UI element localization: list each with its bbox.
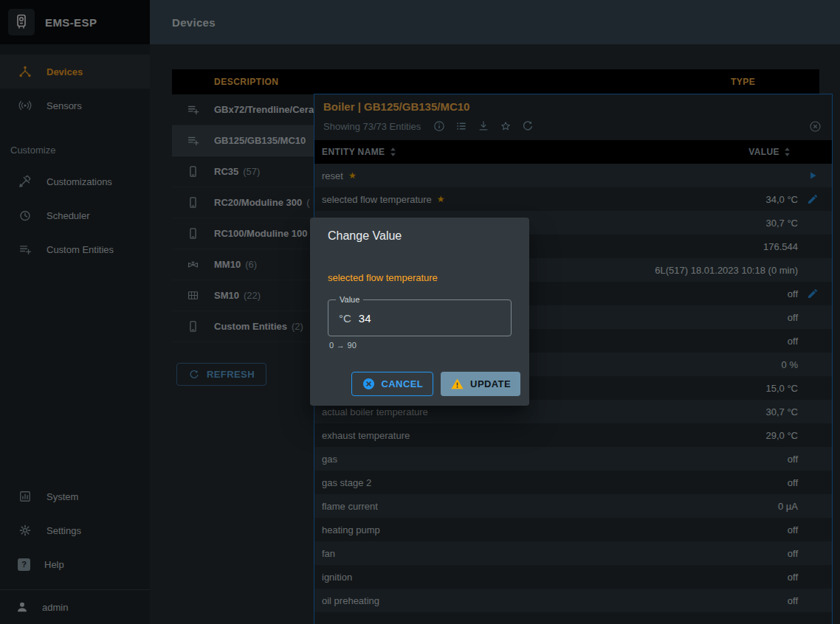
- cancel-circle-icon: [362, 377, 376, 391]
- cancel-button[interactable]: CANCEL: [351, 372, 434, 396]
- unit-adornment: °C: [339, 312, 351, 325]
- dialog-actions: CANCEL UPDATE: [310, 350, 529, 406]
- dialog-title: Change Value: [310, 218, 529, 253]
- dialog-content: selected flow temperature Value °C 0 → 9…: [310, 253, 529, 350]
- value-range-helper: 0 → 90: [329, 341, 512, 350]
- value-input[interactable]: [359, 312, 484, 325]
- ems-esp-app: Devices EMS-ESP Devices Sensors Customiz…: [0, 0, 840, 624]
- warning-icon: [450, 377, 464, 391]
- change-value-dialog: Change Value selected flow temperature V…: [310, 218, 529, 406]
- update-button[interactable]: UPDATE: [441, 372, 520, 396]
- value-field: Value °C: [328, 299, 512, 336]
- value-field-label: Value: [336, 295, 363, 304]
- dialog-entity-label: selected flow temperature: [328, 272, 512, 283]
